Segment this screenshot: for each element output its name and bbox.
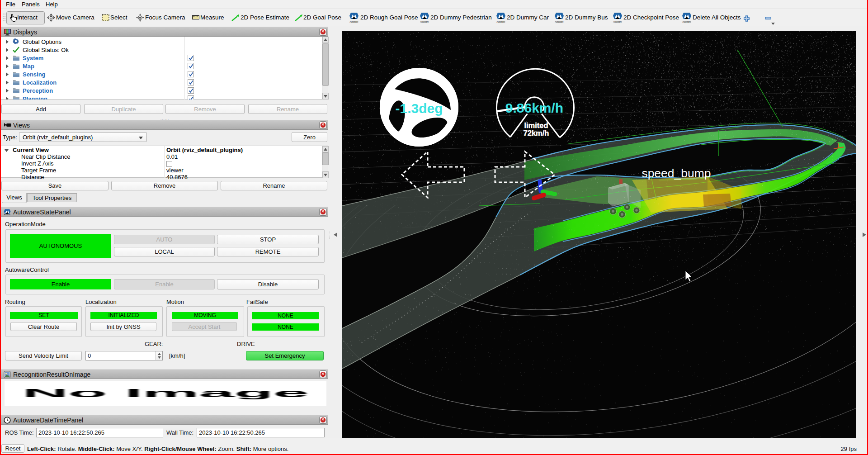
svg-text:Autoware: Autoware [420, 21, 429, 23]
svg-text:Autoware: Autoware [4, 214, 10, 216]
svg-text:72km/h: 72km/h [524, 129, 549, 137]
svg-text:limited: limited [524, 121, 548, 129]
svg-text:9.86km/h: 9.86km/h [505, 100, 563, 115]
svg-text:Autoware: Autoware [555, 21, 564, 23]
svg-text:Autoware: Autoware [682, 21, 691, 23]
svg-text:-1.3deg: -1.3deg [395, 101, 443, 116]
svg-text:speed_bump: speed_bump [642, 166, 711, 180]
svg-text:Autoware: Autoware [613, 21, 622, 23]
svg-text:Autoware: Autoware [349, 21, 359, 23]
svg-text:Autoware: Autoware [496, 21, 505, 23]
